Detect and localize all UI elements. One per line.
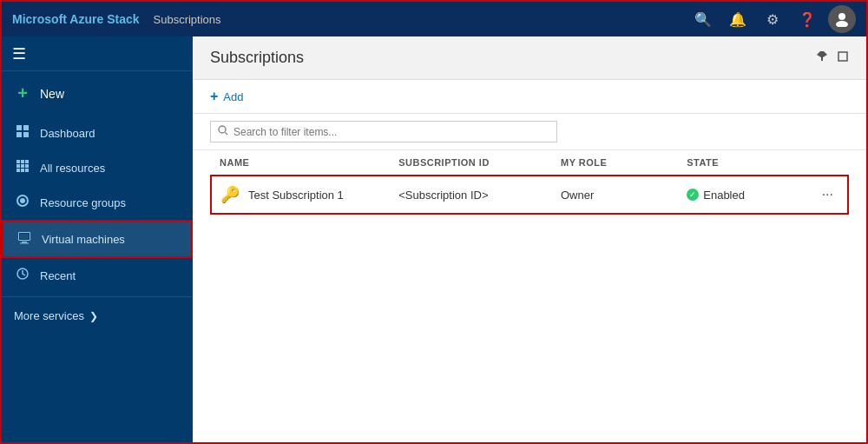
dashboard-icon (14, 124, 31, 142)
hamburger-icon[interactable]: ☰ (12, 44, 26, 63)
resource-groups-label: Resource groups (40, 196, 126, 209)
col-header-state: STATE (678, 150, 807, 176)
svg-rect-13 (21, 169, 24, 172)
header-icons: 🔍 🔔 ⚙ ❓ (689, 5, 856, 33)
add-button[interactable]: + Add (210, 89, 243, 104)
subscription-name-cell: 🔑 Test Subscription 1 (211, 176, 390, 214)
col-header-name: NAME (211, 150, 390, 176)
main-layout: ☰ + New Dashboard (2, 36, 866, 442)
toolbar: + Add (193, 80, 866, 114)
more-services-chevron-icon: ❯ (89, 310, 98, 322)
subscription-id-value: <Subscription ID> (398, 189, 488, 202)
svg-rect-3 (23, 125, 29, 130)
col-header-my-role: MY ROLE (552, 150, 678, 176)
svg-rect-2 (16, 125, 22, 130)
svg-rect-7 (21, 160, 24, 163)
top-header: Microsoft Azure Stack Subscriptions 🔍 🔔 … (2, 2, 866, 36)
col-header-actions (808, 150, 848, 176)
key-icon: 🔑 (220, 185, 240, 204)
search-input[interactable] (233, 126, 549, 138)
svg-point-24 (219, 126, 226, 133)
sidebar-item-dashboard[interactable]: Dashboard (2, 116, 193, 150)
search-wrapper (210, 121, 557, 142)
recent-label: Recent (40, 269, 76, 282)
help-icon-btn[interactable]: ❓ (793, 5, 821, 33)
svg-rect-8 (25, 160, 29, 163)
window-minimize-icon[interactable] (837, 50, 849, 65)
sidebar-item-all-resources[interactable]: All resources (2, 150, 193, 185)
svg-point-16 (21, 199, 24, 202)
svg-rect-5 (23, 132, 29, 137)
subscription-state-cell: ✓ Enabled (678, 176, 807, 214)
all-resources-label: All resources (40, 162, 105, 175)
sidebar-top-bar: ☰ (2, 36, 193, 71)
sidebar-item-recent[interactable]: Recent (2, 258, 193, 293)
sidebar-divider (2, 296, 193, 297)
search-icon-btn[interactable]: 🔍 (689, 5, 717, 33)
dashboard-label: Dashboard (40, 127, 95, 140)
pin-icon[interactable] (816, 50, 828, 65)
resource-groups-icon (14, 194, 31, 211)
table-row[interactable]: 🔑 Test Subscription 1 <Subscription ID> … (211, 176, 848, 214)
app-title: Microsoft Azure Stack (12, 12, 140, 26)
sidebar-new-label: New (40, 87, 64, 101)
table-container: NAME SUBSCRIPTION ID MY ROLE STATE (193, 150, 866, 442)
svg-rect-14 (25, 169, 29, 172)
svg-rect-9 (16, 164, 20, 168)
content-header-icons (816, 50, 849, 65)
row-ellipsis-button[interactable]: ··· (817, 185, 838, 203)
user-avatar[interactable] (828, 5, 856, 33)
sidebar-item-more-services[interactable]: More services ❯ (2, 301, 193, 331)
enabled-badge: ✓ Enabled (687, 189, 799, 202)
search-icon: 🔍 (694, 11, 712, 28)
subscription-id-cell: <Subscription ID> (390, 176, 552, 214)
subscription-role-cell: Owner (552, 176, 678, 214)
gear-icon: ⚙ (766, 11, 779, 28)
sidebar-item-virtual-machines[interactable]: Virtual machines (2, 220, 193, 258)
svg-rect-21 (20, 234, 29, 239)
virtual-machines-label: Virtual machines (42, 233, 125, 246)
svg-line-25 (226, 133, 228, 136)
content-header: Subscriptions (193, 36, 866, 80)
svg-rect-23 (838, 52, 847, 61)
add-plus-icon: + (210, 89, 218, 104)
subscription-actions-cell: ··· (808, 176, 848, 214)
subscription-role-value: Owner (561, 189, 594, 202)
svg-point-1 (836, 21, 848, 27)
enabled-dot-icon: ✓ (687, 189, 699, 201)
svg-rect-10 (21, 164, 24, 168)
gear-icon-btn[interactable]: ⚙ (759, 5, 786, 33)
bell-icon-btn[interactable]: 🔔 (724, 5, 752, 33)
search-bar (193, 114, 866, 150)
svg-rect-18 (22, 242, 27, 243)
svg-rect-19 (20, 243, 29, 244)
add-label: Add (223, 90, 243, 103)
sidebar: ☰ + New Dashboard (2, 36, 193, 442)
content-area: Subscriptions + Add (193, 36, 866, 442)
subscription-state-value: Enabled (703, 189, 745, 202)
header-page-title: Subscriptions (154, 13, 689, 26)
search-icon (218, 125, 228, 138)
svg-point-0 (838, 13, 845, 20)
sidebar-item-new[interactable]: + New (2, 71, 193, 116)
subscription-name: Test Subscription 1 (248, 189, 344, 202)
col-header-subscription-id: SUBSCRIPTION ID (390, 150, 552, 176)
svg-rect-4 (16, 132, 22, 137)
sidebar-item-resource-groups[interactable]: Resource groups (2, 185, 193, 220)
recent-icon (14, 267, 31, 284)
new-plus-icon: + (14, 83, 31, 103)
virtual-machines-icon (16, 230, 33, 248)
content-title: Subscriptions (210, 49, 304, 67)
svg-rect-11 (25, 164, 29, 168)
all-resources-icon (14, 159, 31, 176)
svg-rect-12 (16, 169, 20, 172)
subscriptions-table: NAME SUBSCRIPTION ID MY ROLE STATE (210, 150, 849, 215)
more-services-label: More services (14, 309, 84, 322)
help-icon: ❓ (799, 11, 816, 28)
svg-rect-6 (16, 160, 20, 163)
table-header-row: NAME SUBSCRIPTION ID MY ROLE STATE (211, 150, 848, 176)
bell-icon: 🔔 (729, 11, 746, 28)
